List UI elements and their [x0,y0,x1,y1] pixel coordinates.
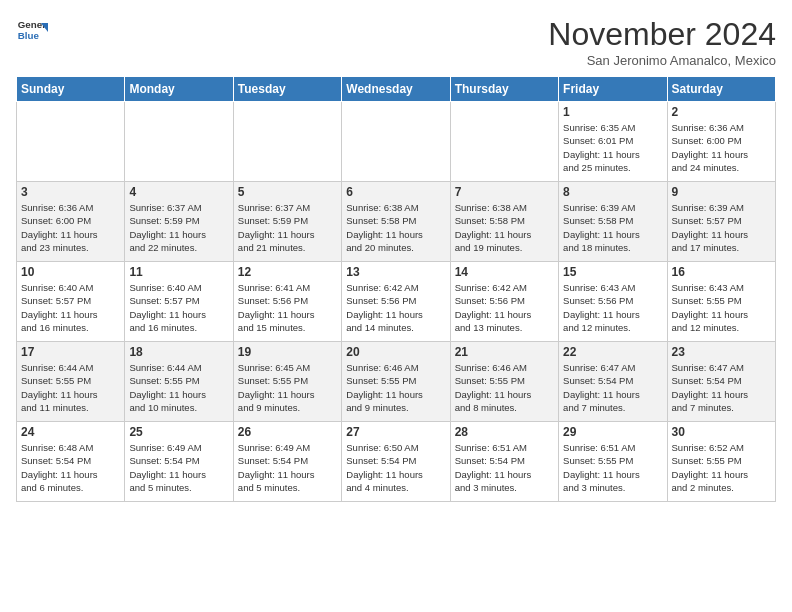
calendar-table: SundayMondayTuesdayWednesdayThursdayFrid… [16,76,776,502]
column-header-saturday: Saturday [667,77,775,102]
calendar-cell: 13Sunrise: 6:42 AM Sunset: 5:56 PM Dayli… [342,262,450,342]
calendar-cell: 26Sunrise: 6:49 AM Sunset: 5:54 PM Dayli… [233,422,341,502]
day-info: Sunrise: 6:43 AM Sunset: 5:56 PM Dayligh… [563,281,662,334]
column-header-friday: Friday [559,77,667,102]
calendar-cell [125,102,233,182]
calendar-cell: 27Sunrise: 6:50 AM Sunset: 5:54 PM Dayli… [342,422,450,502]
calendar-cell: 6Sunrise: 6:38 AM Sunset: 5:58 PM Daylig… [342,182,450,262]
day-info: Sunrise: 6:50 AM Sunset: 5:54 PM Dayligh… [346,441,445,494]
day-info: Sunrise: 6:46 AM Sunset: 5:55 PM Dayligh… [346,361,445,414]
day-info: Sunrise: 6:42 AM Sunset: 5:56 PM Dayligh… [346,281,445,334]
calendar-cell: 11Sunrise: 6:40 AM Sunset: 5:57 PM Dayli… [125,262,233,342]
calendar-body: 1Sunrise: 6:35 AM Sunset: 6:01 PM Daylig… [17,102,776,502]
day-info: Sunrise: 6:51 AM Sunset: 5:54 PM Dayligh… [455,441,554,494]
day-info: Sunrise: 6:39 AM Sunset: 5:57 PM Dayligh… [672,201,771,254]
day-number: 28 [455,425,554,439]
day-number: 8 [563,185,662,199]
calendar-cell: 4Sunrise: 6:37 AM Sunset: 5:59 PM Daylig… [125,182,233,262]
calendar-cell: 16Sunrise: 6:43 AM Sunset: 5:55 PM Dayli… [667,262,775,342]
day-info: Sunrise: 6:36 AM Sunset: 6:00 PM Dayligh… [21,201,120,254]
day-info: Sunrise: 6:38 AM Sunset: 5:58 PM Dayligh… [346,201,445,254]
calendar-cell: 28Sunrise: 6:51 AM Sunset: 5:54 PM Dayli… [450,422,558,502]
day-info: Sunrise: 6:35 AM Sunset: 6:01 PM Dayligh… [563,121,662,174]
calendar-cell: 29Sunrise: 6:51 AM Sunset: 5:55 PM Dayli… [559,422,667,502]
day-number: 2 [672,105,771,119]
day-number: 12 [238,265,337,279]
calendar-cell: 24Sunrise: 6:48 AM Sunset: 5:54 PM Dayli… [17,422,125,502]
day-number: 5 [238,185,337,199]
calendar-cell: 25Sunrise: 6:49 AM Sunset: 5:54 PM Dayli… [125,422,233,502]
calendar-week-1: 1Sunrise: 6:35 AM Sunset: 6:01 PM Daylig… [17,102,776,182]
calendar-cell: 9Sunrise: 6:39 AM Sunset: 5:57 PM Daylig… [667,182,775,262]
day-info: Sunrise: 6:48 AM Sunset: 5:54 PM Dayligh… [21,441,120,494]
calendar-cell [342,102,450,182]
calendar-week-2: 3Sunrise: 6:36 AM Sunset: 6:00 PM Daylig… [17,182,776,262]
day-info: Sunrise: 6:47 AM Sunset: 5:54 PM Dayligh… [672,361,771,414]
day-info: Sunrise: 6:39 AM Sunset: 5:58 PM Dayligh… [563,201,662,254]
day-number: 21 [455,345,554,359]
day-number: 13 [346,265,445,279]
day-info: Sunrise: 6:41 AM Sunset: 5:56 PM Dayligh… [238,281,337,334]
logo: General Blue [16,16,48,48]
day-number: 25 [129,425,228,439]
day-info: Sunrise: 6:38 AM Sunset: 5:58 PM Dayligh… [455,201,554,254]
day-number: 3 [21,185,120,199]
calendar-cell: 1Sunrise: 6:35 AM Sunset: 6:01 PM Daylig… [559,102,667,182]
calendar-cell: 19Sunrise: 6:45 AM Sunset: 5:55 PM Dayli… [233,342,341,422]
column-header-wednesday: Wednesday [342,77,450,102]
day-number: 14 [455,265,554,279]
day-number: 10 [21,265,120,279]
day-info: Sunrise: 6:49 AM Sunset: 5:54 PM Dayligh… [238,441,337,494]
day-number: 4 [129,185,228,199]
day-info: Sunrise: 6:37 AM Sunset: 5:59 PM Dayligh… [129,201,228,254]
calendar-cell: 30Sunrise: 6:52 AM Sunset: 5:55 PM Dayli… [667,422,775,502]
day-number: 1 [563,105,662,119]
day-number: 6 [346,185,445,199]
calendar-cell: 8Sunrise: 6:39 AM Sunset: 5:58 PM Daylig… [559,182,667,262]
day-info: Sunrise: 6:44 AM Sunset: 5:55 PM Dayligh… [129,361,228,414]
svg-text:Blue: Blue [18,30,40,41]
day-number: 11 [129,265,228,279]
calendar-week-3: 10Sunrise: 6:40 AM Sunset: 5:57 PM Dayli… [17,262,776,342]
day-number: 9 [672,185,771,199]
day-info: Sunrise: 6:49 AM Sunset: 5:54 PM Dayligh… [129,441,228,494]
location-subtitle: San Jeronimo Amanalco, Mexico [548,53,776,68]
calendar-cell: 22Sunrise: 6:47 AM Sunset: 5:54 PM Dayli… [559,342,667,422]
day-number: 18 [129,345,228,359]
day-number: 24 [21,425,120,439]
calendar-cell: 12Sunrise: 6:41 AM Sunset: 5:56 PM Dayli… [233,262,341,342]
calendar-cell: 10Sunrise: 6:40 AM Sunset: 5:57 PM Dayli… [17,262,125,342]
day-number: 20 [346,345,445,359]
column-header-tuesday: Tuesday [233,77,341,102]
day-info: Sunrise: 6:51 AM Sunset: 5:55 PM Dayligh… [563,441,662,494]
day-number: 23 [672,345,771,359]
calendar-header-row: SundayMondayTuesdayWednesdayThursdayFrid… [17,77,776,102]
day-number: 29 [563,425,662,439]
calendar-cell: 17Sunrise: 6:44 AM Sunset: 5:55 PM Dayli… [17,342,125,422]
day-number: 7 [455,185,554,199]
calendar-cell [450,102,558,182]
calendar-cell: 18Sunrise: 6:44 AM Sunset: 5:55 PM Dayli… [125,342,233,422]
calendar-cell: 2Sunrise: 6:36 AM Sunset: 6:00 PM Daylig… [667,102,775,182]
calendar-week-5: 24Sunrise: 6:48 AM Sunset: 5:54 PM Dayli… [17,422,776,502]
title-block: November 2024 San Jeronimo Amanalco, Mex… [548,16,776,68]
day-info: Sunrise: 6:44 AM Sunset: 5:55 PM Dayligh… [21,361,120,414]
day-info: Sunrise: 6:47 AM Sunset: 5:54 PM Dayligh… [563,361,662,414]
calendar-cell: 7Sunrise: 6:38 AM Sunset: 5:58 PM Daylig… [450,182,558,262]
day-info: Sunrise: 6:42 AM Sunset: 5:56 PM Dayligh… [455,281,554,334]
calendar-cell: 23Sunrise: 6:47 AM Sunset: 5:54 PM Dayli… [667,342,775,422]
day-number: 26 [238,425,337,439]
day-number: 22 [563,345,662,359]
day-number: 19 [238,345,337,359]
calendar-cell [17,102,125,182]
day-number: 16 [672,265,771,279]
calendar-cell: 3Sunrise: 6:36 AM Sunset: 6:00 PM Daylig… [17,182,125,262]
calendar-cell: 14Sunrise: 6:42 AM Sunset: 5:56 PM Dayli… [450,262,558,342]
day-info: Sunrise: 6:40 AM Sunset: 5:57 PM Dayligh… [21,281,120,334]
day-number: 27 [346,425,445,439]
day-info: Sunrise: 6:36 AM Sunset: 6:00 PM Dayligh… [672,121,771,174]
calendar-cell: 15Sunrise: 6:43 AM Sunset: 5:56 PM Dayli… [559,262,667,342]
calendar-week-4: 17Sunrise: 6:44 AM Sunset: 5:55 PM Dayli… [17,342,776,422]
day-number: 17 [21,345,120,359]
calendar-cell [233,102,341,182]
